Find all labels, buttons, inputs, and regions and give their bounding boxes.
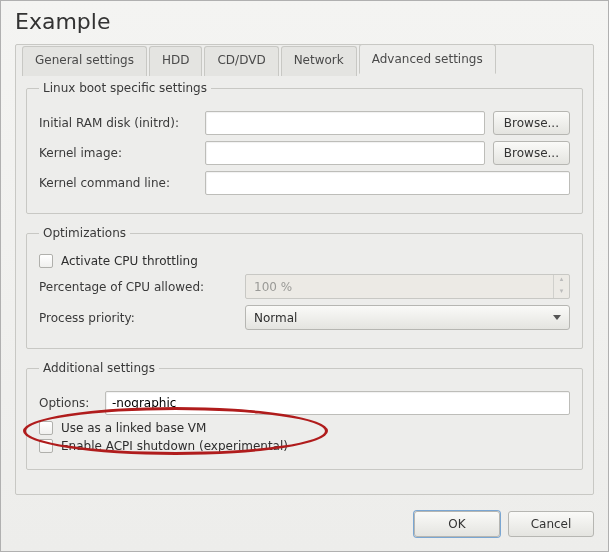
kernel-input[interactable] (205, 141, 485, 165)
throttle-label: Activate CPU throttling (61, 254, 198, 268)
group-linux-boot-legend: Linux boot specific settings (39, 81, 211, 95)
group-additional-legend: Additional settings (39, 361, 159, 375)
cpu-pct-label: Percentage of CPU allowed: (39, 280, 237, 294)
kernel-label: Kernel image: (39, 146, 197, 160)
dialog-button-bar: OK Cancel (1, 503, 608, 551)
tab-advanced-settings[interactable]: Advanced settings (359, 44, 496, 74)
tab-cddvd[interactable]: CD/DVD (204, 46, 278, 76)
acpi-shutdown-label: Enable ACPI shutdown (experimental) (61, 439, 288, 453)
cancel-button[interactable]: Cancel (508, 511, 594, 537)
chevron-down-icon (553, 315, 561, 320)
linked-base-checkbox[interactable] (39, 421, 53, 435)
group-optimizations: Optimizations Activate CPU throttling Pe… (26, 226, 583, 349)
throttle-checkbox[interactable] (39, 254, 53, 268)
tab-hdd[interactable]: HDD (149, 46, 203, 76)
cpu-pct-spin-buttons: ▴ ▾ (553, 275, 569, 298)
kernel-browse-button[interactable]: Browse... (493, 141, 570, 165)
initrd-label: Initial RAM disk (initrd): (39, 116, 197, 130)
chevron-down-icon: ▾ (554, 287, 569, 299)
cpu-pct-spinner: 100 % ▴ ▾ (245, 274, 570, 299)
priority-value: Normal (254, 311, 297, 325)
chevron-up-icon: ▴ (554, 275, 569, 287)
tab-strip: General settings HDD CD/DVD Network Adva… (22, 44, 498, 74)
cmdline-input[interactable] (205, 171, 570, 195)
acpi-shutdown-checkbox[interactable] (39, 439, 53, 453)
cmdline-label: Kernel command line: (39, 176, 197, 190)
tab-network[interactable]: Network (281, 46, 357, 76)
window-title: Example (15, 9, 594, 34)
tab-general-settings[interactable]: General settings (22, 46, 147, 76)
initrd-input[interactable] (205, 111, 485, 135)
group-additional: Additional settings Options: Use as a li… (26, 361, 583, 470)
group-optimizations-legend: Optimizations (39, 226, 130, 240)
ok-button[interactable]: OK (414, 511, 500, 537)
priority-label: Process priority: (39, 311, 237, 325)
dialog-window: Example General settings HDD CD/DVD Netw… (0, 0, 609, 552)
tab-panel: General settings HDD CD/DVD Network Adva… (15, 44, 594, 495)
initrd-browse-button[interactable]: Browse... (493, 111, 570, 135)
priority-select[interactable]: Normal (245, 305, 570, 330)
titlebar: Example (1, 1, 608, 40)
options-label: Options: (39, 396, 97, 410)
linked-base-label: Use as a linked base VM (61, 421, 206, 435)
cpu-pct-value: 100 % (246, 280, 553, 294)
group-linux-boot: Linux boot specific settings Initial RAM… (26, 81, 583, 214)
options-input[interactable] (105, 391, 570, 415)
